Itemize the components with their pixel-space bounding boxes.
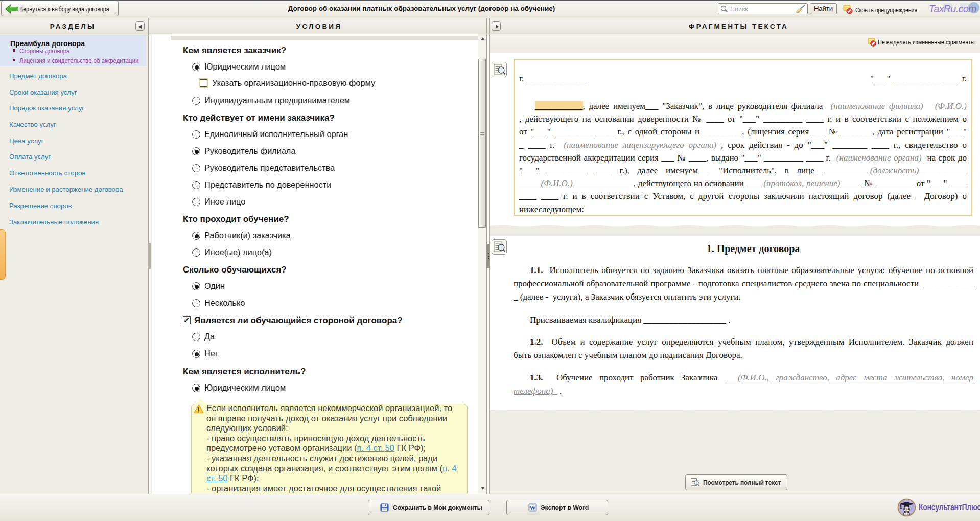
svg-text:W: W (529, 504, 536, 511)
